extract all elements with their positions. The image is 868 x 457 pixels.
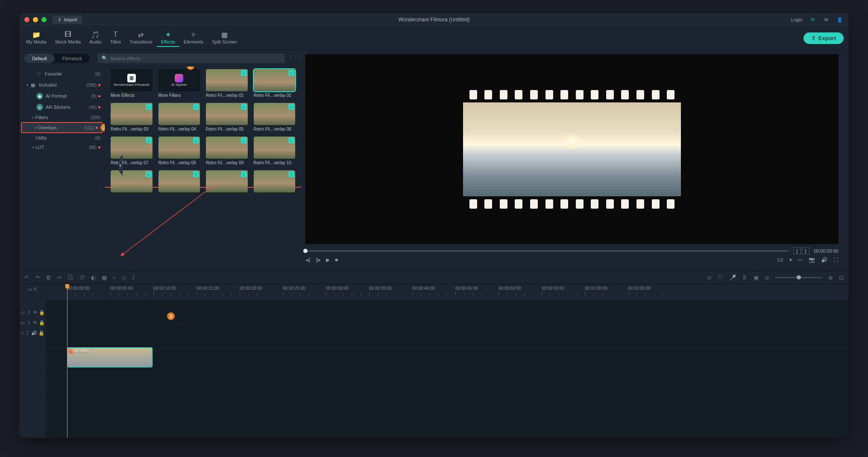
sidebar-item-lut[interactable]: ▸LUT(66) [19, 143, 105, 152]
chevron-down-icon[interactable]: ▾ [789, 257, 792, 263]
preview-ratio[interactable]: 1/2 [777, 257, 783, 262]
nav-stock-media[interactable]: 🎞Stock Media [51, 29, 85, 47]
grid-view-icon[interactable]: ⋮⋮⋮ [288, 55, 296, 62]
mark-out-button[interactable]: } [802, 247, 809, 254]
effect-item[interactable]: ⊞Wondershare FilmstockMore Effects [111, 69, 152, 98]
effect-item[interactable]: ↓Retro Fil…verlay 01 [206, 69, 248, 98]
mixer-icon[interactable]: 🎚 [742, 274, 748, 281]
video-clip[interactable]: Sea Video [67, 347, 152, 367]
video-track-1-header[interactable]: ▭ 1 👁 🔒 [19, 317, 46, 328]
effect-item[interactable]: ↓ [206, 170, 248, 194]
sidebar-item-filters[interactable]: ▸Filters(160) [19, 113, 105, 122]
zoom-in-icon[interactable]: ⊕ [828, 274, 833, 281]
import-button[interactable]: ⇩ Import [53, 15, 82, 24]
export-button[interactable]: ⇧ Export [803, 32, 844, 44]
adjust-icon[interactable]: ⟟ [132, 274, 135, 281]
sidebar-item-included[interactable]: ▾▦Included(395) [19, 79, 105, 90]
sidebar-item-ai-portrait[interactable]: ◉AI Portrait(9) [19, 90, 105, 102]
effect-item[interactable]: ↓Retro Fil…verlay 06 [254, 103, 296, 131]
sidebar-item-overlays[interactable]: ▸Overlays(111)1 [21, 122, 103, 133]
effect-item[interactable]: ↓Retro Fil…verlay 03 [111, 103, 152, 131]
login-button[interactable]: Login [791, 17, 803, 22]
nav-label: My Media [26, 39, 47, 44]
step-forward-button[interactable]: ∥▸ [316, 257, 321, 263]
effect-item[interactable]: ↓Retro Fil…verlay 07 [111, 137, 152, 165]
video-track-1[interactable]: Sea Video [47, 346, 849, 370]
download-icon: ↓ [146, 171, 152, 177]
refresh-icon[interactable]: ⟳ [809, 16, 816, 23]
snapshot-icon[interactable]: 📷 [809, 257, 815, 263]
audio-track-1-header[interactable]: ♪ 1 🔊 🔒 [19, 328, 46, 338]
sidebar-label: AR Stickers [46, 105, 89, 110]
mark-in-button[interactable]: { [793, 247, 801, 254]
new-indicator-icon [98, 146, 100, 148]
effect-item[interactable]: ↓Retro Fil…verlay 10 [254, 137, 296, 165]
download-icon: ↓ [146, 104, 152, 110]
effect-item[interactable]: ↓ [254, 170, 296, 194]
nav-audio[interactable]: 🎵Audio [85, 29, 106, 47]
timeline-ruler[interactable]: 00:00:00:0000:00:05:0000:00:10:0000:00:1… [47, 284, 849, 301]
fullscreen-icon[interactable]: ⛶ [833, 257, 839, 263]
delete-icon[interactable]: 🗑 [46, 274, 51, 281]
sidebar-item-ar-stickers[interactable]: ◎AR Stickers(40) [19, 102, 105, 113]
minimize-window-button[interactable] [33, 17, 38, 22]
mail-icon[interactable]: ✉ [822, 16, 830, 23]
sidebar-item-utility[interactable]: Utility(9) [19, 133, 105, 143]
stop-button[interactable]: ■ [335, 257, 338, 263]
keyframe-icon[interactable]: ◇ [122, 274, 126, 281]
nav-elements[interactable]: ✧Elements [179, 29, 208, 47]
voiceover-icon[interactable]: 🎤 [729, 274, 736, 281]
tab-default[interactable]: Default [24, 54, 55, 63]
effect-item[interactable]: ↓Retro Fil…verlay 02 [254, 69, 296, 98]
nav-split-screen[interactable]: ▦Split Screen [208, 29, 241, 47]
video-track-2[interactable] [47, 322, 849, 346]
crop-icon[interactable]: ⿻ [68, 274, 73, 281]
search-input[interactable]: 🔍 Search effects [97, 53, 285, 63]
nav-transitions[interactable]: ⇄Transitions [125, 29, 156, 47]
effect-item[interactable]: ↓ [111, 170, 152, 194]
ruler-tick: 00:00:50:00 [499, 286, 521, 291]
nav-icon: 📁 [32, 31, 40, 38]
search-placeholder: Search effects [110, 56, 140, 61]
marker-icon[interactable]: ⛉ [718, 274, 723, 281]
effect-item[interactable]: ↓ [158, 170, 200, 194]
audio-track-1[interactable] [47, 370, 849, 393]
maximize-window-button[interactable] [41, 17, 47, 22]
close-window-button[interactable] [24, 17, 29, 22]
effect-item[interactable]: ↓Retro Fil…verlay 08 [158, 137, 200, 165]
motion-icon[interactable]: ⟐ [113, 274, 116, 281]
effect-item[interactable]: ↓Retro Fil…verlay 05 [206, 103, 248, 131]
fit-icon[interactable]: ⊡ [839, 274, 844, 281]
download-icon: ↓ [193, 137, 199, 143]
track-options-button[interactable]: ▭ ⇱ [19, 284, 46, 294]
effect-item[interactable]: ↓Retro Fil…verlay 04 [158, 103, 200, 131]
display-icon[interactable]: ▭ [798, 257, 803, 263]
sidebar-item-favorite[interactable]: ♡Favorite(0) [19, 68, 105, 79]
color-icon[interactable]: ◐ [91, 274, 96, 281]
zoom-out-icon[interactable]: ⊖ [765, 274, 769, 281]
video-track-2-header[interactable]: ▭ 2 👁 🔒 [19, 307, 46, 317]
sidebar-label: Filters [35, 115, 91, 120]
preview-canvas [305, 54, 839, 244]
nav-titles[interactable]: TTitles [106, 29, 125, 47]
speed-icon[interactable]: ⏱ [79, 274, 85, 281]
effect-item[interactable]: AI StylizerMore Filters [158, 69, 200, 98]
undo-icon[interactable]: ↶ [24, 274, 29, 281]
prev-frame-button[interactable]: ◂∥ [305, 257, 311, 263]
green-screen-icon[interactable]: ▦ [102, 274, 107, 281]
volume-icon[interactable]: 🔊 [821, 257, 827, 263]
zoom-slider[interactable] [775, 277, 822, 278]
user-icon[interactable]: 👤 [836, 16, 844, 23]
render-icon[interactable]: ⊙ [707, 274, 712, 281]
cut-icon[interactable]: ✂ [57, 274, 62, 281]
redo-icon[interactable]: ↷ [35, 274, 40, 281]
preview-scrubber[interactable] [305, 250, 789, 252]
playhead[interactable] [67, 284, 67, 438]
safe-zone-icon[interactable]: ▣ [754, 274, 759, 281]
nav-effects[interactable]: ✦Effects [157, 29, 179, 47]
tab-filmstock[interactable]: Filmstock [55, 54, 90, 63]
effect-item[interactable]: ↓Retro Fil…verlay 09 [206, 137, 248, 165]
nav-my-media[interactable]: 📁My Media [22, 29, 51, 47]
ruler-tick: 00:01:00:00 [585, 286, 607, 291]
play-button[interactable]: ▶ [326, 257, 330, 263]
